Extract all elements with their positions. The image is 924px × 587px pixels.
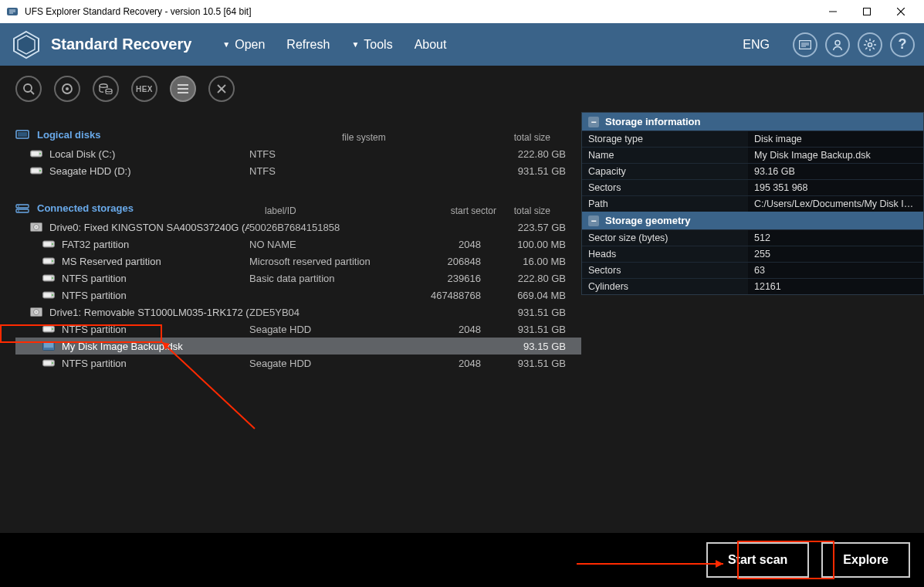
header-user-icon[interactable] xyxy=(825,32,850,57)
info-key: Sector size (bytes) xyxy=(582,230,748,246)
row-start: 2048 xyxy=(388,239,481,250)
partition-row[interactable]: NTFS partitionSeagate HDD2048931.51 GB xyxy=(15,321,581,338)
svg-rect-38 xyxy=(32,169,39,173)
col-startsector: start sector xyxy=(404,205,496,216)
row-size: 100.00 MB xyxy=(481,239,566,250)
row-name: NTFS partition xyxy=(62,358,127,369)
disk-image-row[interactable]: My Disk Image Backup.dsk93.15 GB xyxy=(15,338,581,355)
svg-line-19 xyxy=(873,40,875,42)
partition-row[interactable]: NTFS partitionBasic data partition239616… xyxy=(15,270,581,287)
row-size: 16.00 MB xyxy=(481,256,566,267)
row-name: MS Reserved partition xyxy=(62,256,161,267)
info-key: Capacity xyxy=(582,164,748,179)
logical-disk-row[interactable]: Seagate HDD (D:)NTFS931.51 GB xyxy=(15,162,581,179)
drive-icon xyxy=(29,307,43,317)
row-label: Microsoft reserved partition xyxy=(249,256,388,267)
row-size: 931.51 GB xyxy=(481,358,566,369)
app-logo-icon xyxy=(9,28,43,62)
svg-point-11 xyxy=(835,40,840,45)
explore-button[interactable]: Explore xyxy=(821,542,910,578)
caret-down-icon: ▼ xyxy=(222,40,230,49)
part-icon xyxy=(42,324,56,334)
app-icon xyxy=(6,5,19,18)
info-key: Path xyxy=(582,196,748,212)
window-maximize-button[interactable] xyxy=(850,0,884,23)
info-key: Sectors xyxy=(582,263,748,278)
storage-tree: Logical disks file system total size Loc… xyxy=(0,112,581,533)
info-row: Sector size (bytes)512 xyxy=(582,229,923,246)
info-value: 12161 xyxy=(748,279,923,294)
svg-rect-57 xyxy=(44,294,51,297)
header-license-icon[interactable] xyxy=(793,32,817,57)
info-panel: − Storage information Storage typeDisk i… xyxy=(581,112,924,295)
drive-row[interactable]: Drive0: Fixed KINGSTON SA400S37240G (ATA… xyxy=(15,219,581,236)
window-title: UFS Explorer Standard Recovery - version… xyxy=(25,6,816,17)
logical-disk-fs: NTFS xyxy=(249,165,388,177)
svg-point-12 xyxy=(868,42,872,46)
window-minimize-button[interactable] xyxy=(816,0,850,23)
row-start: 239616 xyxy=(388,273,481,284)
info-row: Heads255 xyxy=(582,246,923,262)
part-icon xyxy=(42,290,56,300)
info-storage-header[interactable]: − Storage information xyxy=(582,113,923,131)
info-geometry-header[interactable]: − Storage geometry xyxy=(582,212,923,229)
toolbar-image-icon[interactable] xyxy=(93,76,119,102)
partition-row[interactable]: FAT32 partitionNO NAME2048100.00 MB xyxy=(15,236,581,253)
drive-row[interactable]: Drive1: Removable ST1000LM035-1RK172 (US… xyxy=(15,304,581,321)
menu-tools[interactable]: ▼Tools xyxy=(351,38,392,52)
main-menu: ▼Open Refresh ▼Tools About xyxy=(222,38,446,52)
window-close-button[interactable] xyxy=(884,0,918,23)
section-connected-storages: Connected storages xyxy=(15,198,265,219)
info-value: Disk image xyxy=(748,131,923,147)
caret-down-icon: ▼ xyxy=(351,40,359,49)
col-label: label/ID xyxy=(265,205,404,216)
svg-point-43 xyxy=(18,210,19,212)
menu-refresh[interactable]: Refresh xyxy=(286,38,330,52)
row-start: 2048 xyxy=(388,324,481,335)
menu-open-label: Open xyxy=(235,38,265,52)
image-icon xyxy=(42,341,56,351)
app-name: Standard Recovery xyxy=(51,36,191,53)
row-name: Drive0: Fixed KINGSTON SA400S37240G (ATA… xyxy=(49,222,249,233)
footer-bar: Start scan Explore xyxy=(0,533,924,587)
toolbar-hex-button[interactable]: HEX xyxy=(131,76,157,102)
logical-disk-row[interactable]: Local Disk (C:)NTFS222.80 GB xyxy=(15,145,581,162)
menu-about[interactable]: About xyxy=(415,38,447,52)
svg-rect-33 xyxy=(18,132,27,137)
row-name: NTFS partition xyxy=(62,290,127,301)
section-connected-title: Connected storages xyxy=(37,202,134,214)
col-totalsize2: total size xyxy=(496,205,566,216)
language-selector[interactable]: ENG xyxy=(743,38,770,52)
header-help-icon[interactable]: ? xyxy=(890,32,915,57)
row-label: Basic data partition xyxy=(249,273,388,284)
info-key: Heads xyxy=(582,246,748,262)
header-settings-icon[interactable] xyxy=(858,32,882,57)
svg-rect-54 xyxy=(44,277,51,280)
col-filesystem: file system xyxy=(342,132,481,143)
part-icon xyxy=(42,273,56,283)
svg-point-21 xyxy=(24,84,32,92)
info-row: Sectors195 351 968 xyxy=(582,179,923,195)
info-row: Storage typeDisk image xyxy=(582,131,923,147)
menu-open[interactable]: ▼Open xyxy=(222,38,265,52)
info-value: 63 xyxy=(748,263,923,278)
row-start: 467488768 xyxy=(388,290,481,301)
toolbar: HEX xyxy=(0,66,924,112)
toolbar-raid-icon[interactable] xyxy=(54,76,80,102)
toolbar-list-view-button[interactable] xyxy=(170,76,196,102)
menu-tools-label: Tools xyxy=(364,38,392,52)
section-logical-disks: Logical disks xyxy=(15,124,342,145)
partition-row[interactable]: NTFS partition467488768669.04 MB xyxy=(15,287,581,304)
toolbar-close-button[interactable] xyxy=(208,76,235,102)
menu-refresh-label: Refresh xyxy=(286,38,330,52)
row-name: My Disk Image Backup.dsk xyxy=(62,341,183,352)
logical-disk-size: 931.51 GB xyxy=(481,165,566,177)
row-size: 222.80 GB xyxy=(481,273,566,284)
svg-point-36 xyxy=(39,153,41,154)
row-name: FAT32 partition xyxy=(62,239,129,250)
partition-row[interactable]: MS Reserved partitionMicrosoft reserved … xyxy=(15,253,581,270)
toolbar-scan-icon[interactable] xyxy=(15,76,42,102)
svg-line-17 xyxy=(865,40,867,42)
partition-row[interactable]: NTFS partitionSeagate HDD2048931.51 GB xyxy=(15,355,581,372)
row-name: NTFS partition xyxy=(62,273,127,284)
